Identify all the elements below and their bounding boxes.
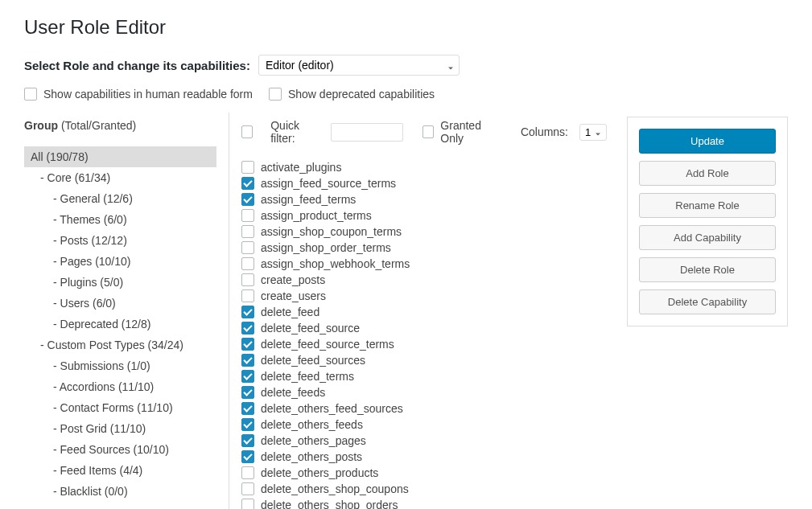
- deprecated-checkbox[interactable]: [269, 88, 282, 101]
- group-tree-item[interactable]: - Core (61/34): [24, 167, 216, 188]
- capability-row: delete_others_posts: [241, 449, 607, 465]
- filter-row: Quick filter: Granted Only Columns: 1: [241, 119, 607, 145]
- update-button[interactable]: Update: [639, 129, 776, 154]
- select-role-label: Select Role and change its capabilities:: [24, 59, 250, 72]
- delete-role-button[interactable]: Delete Role: [639, 257, 776, 282]
- capability-label: delete_others_shop_orders: [261, 499, 398, 509]
- capability-row: assign_feed_source_terms: [241, 175, 607, 191]
- capability-checkbox[interactable]: [241, 402, 254, 415]
- capability-label: delete_feed_source: [261, 322, 360, 335]
- group-header: Group (Total/Granted): [24, 119, 216, 132]
- capability-label: delete_others_shop_coupons: [261, 482, 409, 495]
- group-tree-item[interactable]: - Accordions (11/10): [24, 376, 216, 397]
- capability-checkbox[interactable]: [241, 386, 254, 399]
- capability-label: assign_shop_webhook_terms: [261, 257, 410, 270]
- capability-checkbox[interactable]: [241, 482, 254, 495]
- capability-row: assign_shop_coupon_terms: [241, 224, 607, 240]
- group-tree-item[interactable]: - Feed Items (4/4): [24, 460, 216, 481]
- capability-row: delete_feed: [241, 304, 607, 320]
- capability-label: delete_others_feeds: [261, 418, 363, 431]
- quick-filter-label: Quick filter:: [270, 119, 319, 145]
- delete-capability-button[interactable]: Delete Capability: [639, 289, 776, 314]
- capability-checkbox[interactable]: [241, 193, 254, 206]
- add-capability-button[interactable]: Add Capability: [639, 225, 776, 250]
- capability-label: assign_product_terms: [261, 209, 372, 222]
- quick-filter-input[interactable]: [331, 123, 403, 142]
- capability-row: assign_feed_terms: [241, 191, 607, 207]
- capability-row: delete_feed_source: [241, 320, 607, 336]
- human-readable-option[interactable]: Show capabilities in human readable form: [24, 88, 253, 101]
- capability-label: delete_feeds: [261, 386, 325, 399]
- capability-label: assign_feed_terms: [261, 193, 356, 206]
- capability-checkbox[interactable]: [241, 241, 254, 254]
- group-tree-item[interactable]: - Feed Sources (10/10): [24, 439, 216, 460]
- capability-checkbox[interactable]: [241, 273, 254, 286]
- capability-checkbox[interactable]: [241, 161, 254, 174]
- capability-checkbox[interactable]: [241, 418, 254, 431]
- role-select-row: Select Role and change its capabilities:…: [24, 55, 788, 76]
- capabilities-list: activate_pluginsassign_feed_source_terms…: [241, 159, 607, 509]
- granted-only-checkbox[interactable]: [422, 125, 434, 138]
- capability-checkbox[interactable]: [241, 434, 254, 447]
- add-role-button[interactable]: Add Role: [639, 161, 776, 186]
- group-tree: All (190/78)- Core (61/34)- General (12/…: [24, 146, 216, 502]
- group-tree-item[interactable]: - Deprecated (12/8): [24, 314, 216, 335]
- capability-label: delete_others_posts: [261, 450, 362, 463]
- group-tree-item[interactable]: - Post Grid (11/10): [24, 418, 216, 439]
- capability-row: delete_others_products: [241, 465, 607, 481]
- deprecated-label: Show deprecated capabilities: [288, 88, 435, 101]
- granted-only-label: Granted Only: [440, 119, 498, 145]
- capability-checkbox[interactable]: [241, 289, 254, 302]
- group-tree-item[interactable]: - Themes (6/0): [24, 209, 216, 230]
- actions-panel: Update Add Role Rename Role Add Capabili…: [627, 117, 788, 326]
- capability-label: create_posts: [261, 273, 325, 286]
- deprecated-option[interactable]: Show deprecated capabilities: [269, 88, 435, 101]
- select-all-checkbox[interactable]: [241, 125, 253, 138]
- capability-checkbox[interactable]: [241, 370, 254, 383]
- capability-label: assign_shop_order_terms: [261, 241, 391, 254]
- capability-label: delete_feed_terms: [261, 370, 354, 383]
- group-tree-item[interactable]: - Users (6/0): [24, 293, 216, 314]
- human-readable-checkbox[interactable]: [24, 88, 37, 101]
- capability-checkbox[interactable]: [241, 306, 254, 318]
- capability-checkbox[interactable]: [241, 209, 254, 222]
- group-tree-item[interactable]: - Blacklist (0/0): [24, 481, 216, 502]
- capability-row: delete_feed_source_terms: [241, 336, 607, 352]
- capability-label: delete_feed: [261, 306, 319, 318]
- group-tree-item[interactable]: - Posts (12/12): [24, 230, 216, 251]
- capability-checkbox[interactable]: [241, 225, 254, 238]
- capability-checkbox[interactable]: [241, 466, 254, 479]
- group-tree-item[interactable]: - Plugins (5/0): [24, 272, 216, 293]
- group-tree-item[interactable]: All (190/78): [24, 146, 216, 167]
- columns-label: Columns:: [521, 125, 568, 138]
- capability-checkbox[interactable]: [241, 257, 254, 270]
- capability-label: activate_plugins: [261, 161, 341, 174]
- group-tree-item[interactable]: - Pages (10/10): [24, 251, 216, 272]
- group-tree-item[interactable]: - Custom Post Types (34/24): [24, 335, 216, 355]
- capability-checkbox[interactable]: [241, 338, 254, 351]
- capability-checkbox[interactable]: [241, 177, 254, 190]
- capability-checkbox[interactable]: [241, 499, 254, 509]
- group-panel: Group (Total/Granted) All (190/78)- Core…: [24, 113, 229, 509]
- role-select[interactable]: Editor (editor): [258, 55, 460, 76]
- capability-label: assign_shop_coupon_terms: [261, 225, 402, 238]
- capability-row: delete_others_pages: [241, 433, 607, 449]
- capability-label: delete_others_pages: [261, 434, 366, 447]
- capabilities-panel: Quick filter: Granted Only Columns: 1 ac…: [229, 113, 619, 509]
- rename-role-button[interactable]: Rename Role: [639, 193, 776, 218]
- group-tree-item[interactable]: - Submissions (1/0): [24, 355, 216, 376]
- capability-checkbox[interactable]: [241, 450, 254, 463]
- capability-label: assign_feed_source_terms: [261, 177, 396, 190]
- columns-select[interactable]: 1: [579, 124, 607, 141]
- capability-row: delete_feeds: [241, 384, 607, 400]
- group-tree-item[interactable]: - Contact Forms (11/10): [24, 397, 216, 418]
- capability-checkbox[interactable]: [241, 322, 254, 335]
- capability-checkbox[interactable]: [241, 354, 254, 367]
- page-title: User Role Editor: [24, 16, 788, 39]
- capability-row: assign_product_terms: [241, 207, 607, 224]
- capability-row: delete_others_shop_coupons: [241, 481, 607, 497]
- capability-row: create_users: [241, 288, 607, 304]
- capability-label: delete_others_products: [261, 466, 378, 479]
- group-tree-item[interactable]: - General (12/6): [24, 188, 216, 209]
- granted-only-option[interactable]: Granted Only: [422, 119, 498, 145]
